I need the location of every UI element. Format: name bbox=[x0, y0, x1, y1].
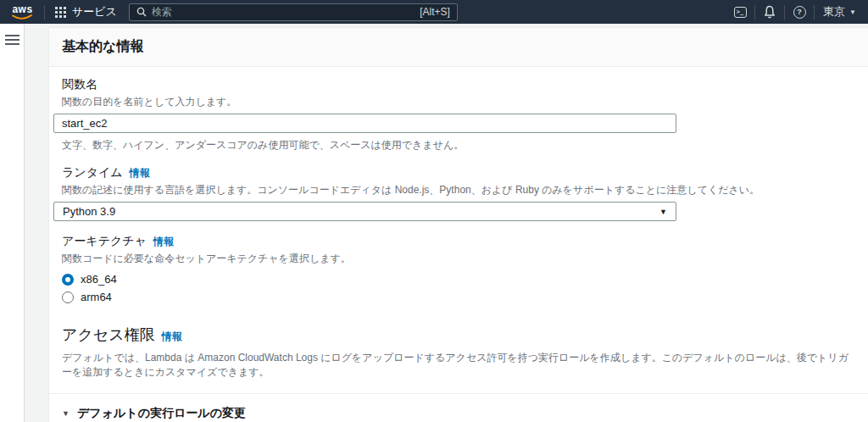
function-name-input[interactable] bbox=[53, 114, 676, 133]
chevron-down-icon: ▼ bbox=[849, 8, 856, 16]
hamburger-menu-icon[interactable] bbox=[5, 35, 19, 45]
function-name-constraint: 文字、数字、ハイフン、アンダースコアのみ使用可能で、スペースは使用できません。 bbox=[62, 138, 855, 153]
aws-smile-icon bbox=[12, 14, 32, 20]
architecture-radio-group: x86_64 arm64 bbox=[62, 272, 855, 304]
collapsed-sidebar bbox=[0, 24, 25, 422]
function-name-label: 関数名 bbox=[62, 77, 855, 92]
function-name-section: 関数名 関数の目的を名前として入力します。 文字、数字、ハイフン、アンダースコア… bbox=[62, 77, 855, 153]
help-icon: ? bbox=[793, 6, 806, 19]
architecture-label: アーキテクチャ bbox=[62, 234, 147, 249]
help-button[interactable]: ? bbox=[785, 0, 814, 24]
cloudshell-icon: >_ bbox=[734, 7, 747, 18]
services-label: サービス bbox=[72, 4, 117, 19]
radio-icon[interactable] bbox=[62, 292, 74, 303]
divider bbox=[49, 393, 868, 394]
search-shortcut-hint: [Alt+S] bbox=[420, 6, 450, 18]
radio-icon[interactable] bbox=[62, 274, 74, 286]
nav-separator bbox=[814, 5, 815, 19]
region-label: 東京 bbox=[823, 4, 845, 19]
services-menu-button[interactable]: サービス bbox=[55, 4, 117, 19]
region-selector[interactable]: 東京 ▼ bbox=[823, 4, 856, 19]
runtime-section: ランタイム 情報 関数の記述に使用する言語を選択します。コンソールコードエディタ… bbox=[62, 165, 855, 221]
runtime-selected-value: Python 3.9 bbox=[63, 205, 115, 218]
runtime-info-link[interactable]: 情報 bbox=[130, 166, 150, 180]
runtime-label: ランタイム bbox=[62, 165, 123, 180]
architecture-description: 関数コードに必要な命令セットアーキテクチャを選択します。 bbox=[62, 252, 855, 266]
expander-label: デフォルトの実行ロールの変更 bbox=[77, 406, 246, 421]
permissions-section: アクセス権限 情報 デフォルトでは、Lambda は Amazon CloudW… bbox=[62, 325, 855, 380]
function-name-description: 関数の目的を名前として入力します。 bbox=[62, 95, 855, 109]
aws-logo-text: aws bbox=[11, 4, 34, 14]
nav-separator bbox=[44, 5, 45, 19]
search-input[interactable] bbox=[152, 6, 415, 18]
notifications-button[interactable] bbox=[755, 0, 784, 24]
grid-icon bbox=[55, 7, 66, 18]
radio-option-x86_64[interactable]: x86_64 bbox=[62, 272, 855, 286]
radio-option-arm64[interactable]: arm64 bbox=[62, 290, 855, 304]
panel-header: 基本的な情報 bbox=[49, 28, 868, 67]
panel-title: 基本的な情報 bbox=[62, 38, 143, 56]
permissions-title: アクセス権限 bbox=[62, 325, 155, 345]
architecture-info-link[interactable]: 情報 bbox=[153, 235, 174, 249]
radio-option-label: x86_64 bbox=[81, 273, 117, 286]
chevron-down-icon: ▼ bbox=[659, 208, 667, 216]
basic-information-panel: 基本的な情報 関数名 関数の目的を名前として入力します。 文字、数字、ハイフン、… bbox=[48, 27, 868, 422]
triangle-down-icon: ▼ bbox=[62, 409, 70, 418]
search-icon bbox=[136, 7, 147, 17]
bell-icon bbox=[763, 5, 776, 19]
permissions-info-link[interactable]: 情報 bbox=[162, 330, 182, 344]
runtime-description: 関数の記述に使用する言語を選択します。コンソールコードエディタは Node.js… bbox=[62, 183, 855, 197]
cloudshell-button[interactable]: >_ bbox=[726, 0, 754, 24]
aws-logo[interactable]: aws bbox=[11, 4, 34, 20]
architecture-section: アーキテクチャ 情報 関数コードに必要な命令セットアーキテクチャを選択します。 … bbox=[62, 234, 855, 304]
runtime-select[interactable]: Python 3.9 ▼ bbox=[53, 202, 676, 221]
permissions-description: デフォルトでは、Lambda は Amazon CloudWatch Logs … bbox=[62, 351, 855, 380]
top-navigation-bar: aws サービス [Alt+S] bbox=[0, 0, 868, 24]
global-search-box[interactable]: [Alt+S] bbox=[129, 3, 458, 21]
change-default-role-expander[interactable]: ▼ デフォルトの実行ロールの変更 bbox=[62, 406, 855, 421]
radio-option-label: arm64 bbox=[81, 291, 112, 303]
